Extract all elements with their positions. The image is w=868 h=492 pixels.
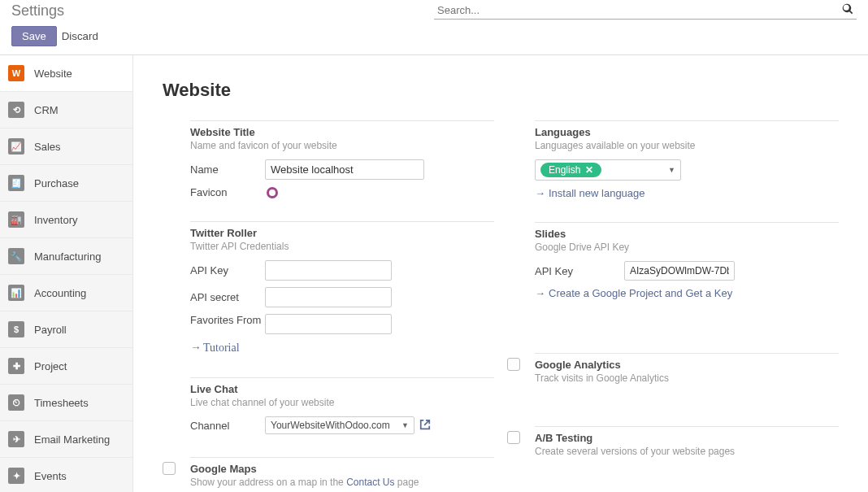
events-icon: ✦ [8,468,24,484]
twitter-apikey-label: API Key [190,264,265,276]
sidebar-item-project[interactable]: ✚Project [0,348,132,385]
sidebar-item-payroll[interactable]: $Payroll [0,311,132,348]
install-language-link[interactable]: Install new language [535,187,645,199]
twitter-favorites-input[interactable] [265,314,392,334]
sidebar-item-label: CRM [34,104,59,116]
sidebar-item-label: Timesheets [34,397,89,409]
sidebar-item-email-marketing[interactable]: ✈Email Marketing [0,421,132,458]
content-heading: Website [163,80,839,101]
search-container[interactable] [434,2,857,20]
twitter-heading: Twitter Roller [190,227,494,239]
ganalytics-checkbox[interactable] [507,358,520,371]
accounting-icon: 📊 [8,285,24,301]
sidebar-item-label: Project [34,360,67,372]
slides-subtitle: Google Drive API Key [535,242,839,253]
livechat-subtitle: Live chat channel of your website [190,397,494,408]
email-marketing-icon: ✈ [8,431,24,447]
page-title: Settings [11,2,64,20]
twitter-apisecret-input[interactable] [265,287,392,307]
sidebar-item-label: Purchase [34,177,79,189]
favicon-label: Favicon [190,186,265,198]
save-button[interactable]: Save [11,26,57,46]
inventory-icon: 🏭 [8,211,24,228]
gmaps-heading: Google Maps [190,463,494,475]
sidebar-item-website[interactable]: WWebsite [0,55,132,92]
crm-icon: ⟲ [8,102,24,118]
sidebar: WWebsite⟲CRM📈Sales🧾Purchase🏭Inventory🔧Ma… [0,55,133,492]
ganalytics-heading: Google Analytics [535,359,839,371]
slides-create-link[interactable]: Create a Google Project and Get a Key [535,287,732,299]
content-panel: Website Website Title Name and favicon o… [133,55,868,492]
channel-value: YourWebsiteWithOdoo.com [271,420,390,431]
slides-heading: Slides [535,228,839,240]
search-input[interactable] [437,4,842,16]
sidebar-item-crm[interactable]: ⟲CRM [0,92,132,128]
channel-select[interactable]: YourWebsiteWithOdoo.com ▼ [265,416,414,434]
sidebar-item-manufacturing[interactable]: 🔧Manufacturing [0,238,132,275]
caret-down-icon[interactable]: ▼ [668,166,675,174]
twitter-tutorial-link[interactable]: Tutorial [190,342,240,354]
twitter-apisecret-label: API secret [190,291,265,303]
tag-remove-icon[interactable]: ✕ [585,164,593,176]
languages-heading: Languages [535,126,839,138]
twitter-apikey-input[interactable] [265,260,392,281]
abtest-checkbox[interactable] [507,431,520,444]
sales-icon: 📈 [8,138,24,155]
gmaps-checkbox[interactable] [163,462,176,475]
sidebar-item-sales[interactable]: 📈Sales [0,128,132,165]
sidebar-item-label: Events [34,470,67,482]
sidebar-item-events[interactable]: ✦Events [0,458,132,492]
slides-apikey-label: API Key [535,265,624,277]
twitter-subtitle: Twitter API Credentials [190,241,494,252]
caret-down-icon: ▼ [401,421,409,429]
project-icon: ✚ [8,358,24,374]
external-link-icon[interactable] [419,419,431,433]
sidebar-item-label: Sales [34,141,61,153]
sidebar-item-label: Payroll [34,324,67,336]
sidebar-item-accounting[interactable]: 📊Accounting [0,275,132,311]
website-title-heading: Website Title [190,126,494,138]
sidebar-item-label: Manufacturing [34,250,101,263]
ganalytics-subtitle: Track visits in Google Analytics [535,372,839,384]
sidebar-item-timesheets[interactable]: ⏲Timesheets [0,385,132,421]
sidebar-item-label: Inventory [34,214,77,226]
payroll-icon: $ [8,321,24,337]
sidebar-item-purchase[interactable]: 🧾Purchase [0,165,132,202]
slides-apikey-input[interactable] [624,261,735,281]
website-title-subtitle: Name and favicon of your website [190,140,494,151]
abtest-subtitle: Create several versions of your website … [535,446,839,457]
manufacturing-icon: 🔧 [8,248,24,264]
languages-subtitle: Languages available on your website [535,140,839,151]
sidebar-item-inventory[interactable]: 🏭Inventory [0,202,132,238]
sidebar-item-label: Website [34,67,72,80]
language-tag[interactable]: English✕ [540,163,601,177]
sidebar-item-label: Email Marketing [34,433,110,446]
purchase-icon: 🧾 [8,175,24,191]
languages-tagbox[interactable]: English✕ ▼ [535,159,681,181]
timesheets-icon: ⏲ [8,394,24,411]
abtest-heading: A/B Testing [535,432,839,444]
twitter-favorites-label: Favorites From [190,314,265,328]
name-label: Name [190,163,265,176]
favicon-icon[interactable] [267,187,278,198]
search-icon[interactable] [842,3,853,17]
channel-label: Channel [190,420,265,432]
sidebar-item-label: Accounting [34,287,86,299]
gmaps-subtitle: Show your address on a map in the Contac… [190,477,494,488]
name-input[interactable] [265,159,424,180]
website-icon: W [8,65,24,81]
contact-us-link[interactable]: Contact Us [346,477,394,488]
livechat-heading: Live Chat [190,383,494,395]
discard-button[interactable]: Discard [62,26,98,46]
